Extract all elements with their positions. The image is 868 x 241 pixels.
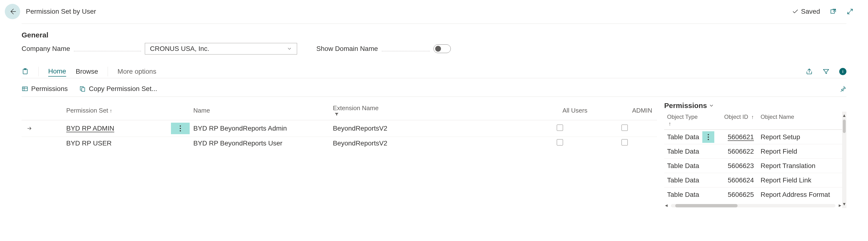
extension-cell: BeyondReportsV2 xyxy=(328,137,527,150)
all-users-checkbox[interactable] xyxy=(557,139,563,145)
row-menu-button[interactable] xyxy=(171,123,190,134)
row-indicator-icon xyxy=(26,125,33,132)
company-name-value: CRONUS USA, Inc. xyxy=(150,45,209,53)
object-id-cell: 5606622 xyxy=(728,148,754,155)
svg-rect-4 xyxy=(843,71,843,73)
kebab-icon xyxy=(707,133,709,141)
col-name[interactable]: Name xyxy=(188,102,328,120)
svg-point-3 xyxy=(843,70,843,71)
more-options-button[interactable]: More options xyxy=(118,67,156,76)
company-name-select[interactable]: CRONUS USA, Inc. xyxy=(145,43,297,54)
filter-applied-icon xyxy=(334,112,339,117)
copy-permission-set-action[interactable]: Copy Permission Set... xyxy=(79,85,157,93)
scrollbar-thumb[interactable] xyxy=(675,204,738,207)
object-type-cell: Table Data xyxy=(664,162,700,170)
filter-icon xyxy=(823,68,830,75)
svg-rect-7 xyxy=(82,88,85,91)
pin-button[interactable] xyxy=(840,85,846,92)
svg-point-13 xyxy=(708,139,709,140)
side-col-object-name[interactable]: Object Name xyxy=(760,113,842,127)
row-menu-button[interactable] xyxy=(702,131,714,143)
share-icon xyxy=(806,68,813,75)
object-name-cell: Report Field Link xyxy=(760,177,842,184)
side-panel-title[interactable]: Permissions xyxy=(664,102,846,110)
sort-asc-icon: ↑ xyxy=(751,114,754,120)
scroll-down-icon[interactable]: ▼ xyxy=(842,202,846,207)
collapse-button[interactable] xyxy=(846,8,854,15)
separator xyxy=(38,67,39,76)
side-row[interactable]: Table Data5606624Report Field Link xyxy=(664,173,842,187)
dotted-leader xyxy=(74,45,141,51)
side-row[interactable]: Table Data5606625Report Address Format xyxy=(664,187,842,202)
permissions-action-label: Permissions xyxy=(31,85,68,93)
arrow-left-icon xyxy=(9,8,16,16)
all-users-checkbox[interactable] xyxy=(557,125,563,131)
object-type-cell: Table Data xyxy=(664,191,700,198)
extension-cell: BeyondReportsV2 xyxy=(328,120,527,137)
attach-icon xyxy=(22,68,29,75)
copy-permission-set-label: Copy Permission Set... xyxy=(89,85,157,93)
show-domain-toggle[interactable] xyxy=(434,45,451,53)
table-row[interactable]: BYD RP ADMINBYD RP BeyondReports AdminBe… xyxy=(22,120,657,137)
info-icon xyxy=(841,70,845,74)
tab-home[interactable]: Home xyxy=(48,66,66,77)
open-external-button[interactable] xyxy=(830,8,837,15)
col-extension-name[interactable]: Extension Name xyxy=(328,102,527,120)
info-button[interactable] xyxy=(839,68,846,75)
permissions-action[interactable]: Permissions xyxy=(22,85,68,93)
svg-point-12 xyxy=(708,136,709,137)
collapse-icon xyxy=(846,8,854,15)
object-id-cell: 5606623 xyxy=(728,162,754,169)
scroll-right-icon[interactable]: ► xyxy=(838,203,842,208)
copy-icon xyxy=(79,85,86,92)
side-row[interactable]: Table Data5606621Report Setup xyxy=(664,130,842,144)
col-all-users[interactable]: All Users xyxy=(528,102,592,120)
object-id-cell: 5606624 xyxy=(728,177,754,184)
scrollbar-thumb[interactable] xyxy=(843,119,846,133)
share-button[interactable] xyxy=(806,68,813,75)
object-name-cell: Report Field xyxy=(760,148,842,155)
scroll-up-icon[interactable]: ▲ xyxy=(842,113,846,118)
svg-point-9 xyxy=(180,128,181,129)
side-col-object-type[interactable]: Object Type↑ xyxy=(664,113,700,127)
side-row[interactable]: Table Data5606623Report Translation xyxy=(664,158,842,173)
col-permission-set[interactable]: Permission Set↑ xyxy=(61,102,166,120)
name-cell: BYD RP BeyondReports User xyxy=(188,137,328,150)
page-title: Permission Set by User xyxy=(26,8,96,16)
svg-rect-0 xyxy=(831,10,834,14)
object-name-cell: Report Translation xyxy=(760,162,842,170)
general-section-title: General xyxy=(22,31,846,39)
object-type-cell: Table Data xyxy=(664,177,700,184)
side-col-object-id[interactable]: Object ID ↑ xyxy=(716,113,760,127)
object-id-link[interactable]: 5606621 xyxy=(728,133,754,141)
svg-point-10 xyxy=(180,130,181,132)
col-admin[interactable]: ADMIN xyxy=(592,102,657,120)
permission-set-link[interactable]: BYD RP ADMIN xyxy=(66,125,114,132)
object-id-cell: 5606625 xyxy=(728,191,754,198)
object-name-cell: Report Address Format xyxy=(760,191,842,198)
saved-status: Saved xyxy=(792,8,820,16)
open-external-icon xyxy=(830,8,837,15)
permission-set-table: Permission Set↑ Name Extension Name All … xyxy=(22,102,657,150)
toggle-knob xyxy=(435,46,441,52)
side-vertical-scrollbar[interactable]: ▲ ▼ xyxy=(842,112,846,208)
show-domain-label: Show Domain Name xyxy=(316,45,378,53)
name-cell: BYD RP BeyondReports Admin xyxy=(188,120,328,137)
svg-rect-5 xyxy=(23,87,28,91)
svg-point-11 xyxy=(708,134,709,135)
attach-button[interactable] xyxy=(22,68,29,75)
filter-button[interactable] xyxy=(823,68,830,75)
table-row[interactable]: BYD RP USERBYD RP BeyondReports UserBeyo… xyxy=(22,137,657,150)
side-horizontal-scrollbar[interactable]: ◄ ► xyxy=(664,203,842,208)
check-icon xyxy=(792,8,799,15)
admin-checkbox[interactable] xyxy=(621,125,628,131)
object-type-cell: Table Data xyxy=(664,148,700,155)
chevron-down-icon xyxy=(287,46,292,51)
tab-browse[interactable]: Browse xyxy=(76,67,98,76)
permission-set-cell: BYD RP USER xyxy=(66,139,112,147)
object-name-cell: Report Setup xyxy=(760,133,842,141)
scroll-left-icon[interactable]: ◄ xyxy=(664,203,669,208)
admin-checkbox[interactable] xyxy=(621,139,628,145)
back-button[interactable] xyxy=(5,4,20,19)
side-row[interactable]: Table Data5606622Report Field xyxy=(664,144,842,158)
